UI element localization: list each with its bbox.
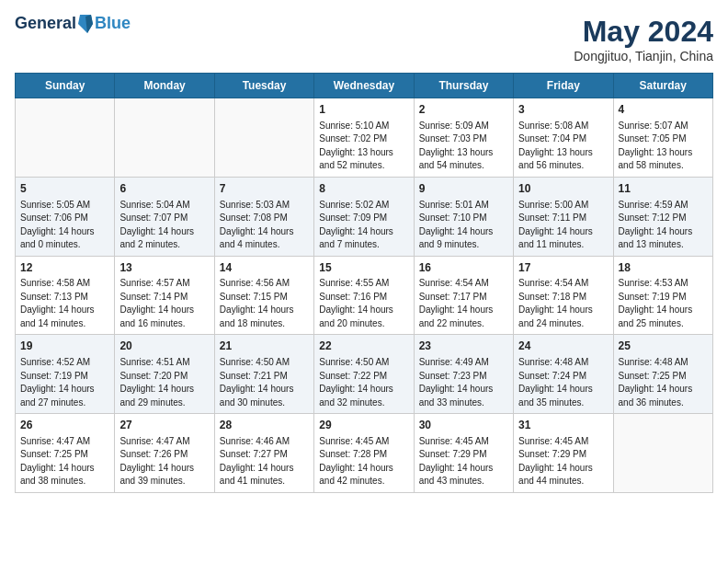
calendar-cell: 13Sunrise: 4:57 AMSunset: 7:14 PMDayligh… (115, 256, 214, 335)
col-header-saturday: Saturday (613, 74, 712, 98)
col-header-thursday: Thursday (414, 74, 513, 98)
cell-info: Sunrise: 5:01 AMSunset: 7:10 PMDaylight:… (419, 199, 508, 252)
day-number: 20 (119, 339, 209, 354)
calendar-cell: 18Sunrise: 4:53 AMSunset: 7:19 PMDayligh… (613, 256, 712, 335)
header-row: SundayMondayTuesdayWednesdayThursdayFrid… (16, 74, 713, 98)
cell-info: Sunrise: 4:48 AMSunset: 7:25 PMDaylight:… (619, 356, 708, 409)
calendar-cell: 10Sunrise: 5:00 AMSunset: 7:11 PMDayligh… (514, 177, 613, 256)
cell-info: Sunrise: 4:48 AMSunset: 7:24 PMDaylight:… (518, 356, 608, 409)
cell-info: Sunrise: 4:45 AMSunset: 7:28 PMDaylight:… (319, 435, 408, 488)
day-number: 9 (419, 181, 508, 197)
logo-blue: Blue (95, 15, 131, 33)
calendar-cell: 8Sunrise: 5:02 AMSunset: 7:09 PMDaylight… (314, 177, 414, 256)
cell-info: Sunrise: 5:07 AMSunset: 7:05 PMDaylight:… (619, 120, 708, 173)
calendar-cell: 3Sunrise: 5:08 AMSunset: 7:04 PMDaylight… (514, 98, 613, 178)
day-number: 12 (20, 260, 109, 276)
week-row-1: 1Sunrise: 5:10 AMSunset: 7:02 PMDaylight… (16, 98, 713, 178)
day-number: 16 (419, 260, 508, 276)
day-number: 5 (20, 181, 109, 197)
calendar-cell: 31Sunrise: 4:45 AMSunset: 7:29 PMDayligh… (514, 414, 613, 493)
cell-info: Sunrise: 5:02 AMSunset: 7:09 PMDaylight:… (319, 199, 408, 252)
calendar-cell (214, 98, 313, 178)
day-number: 23 (419, 339, 508, 354)
cell-info: Sunrise: 4:59 AMSunset: 7:12 PMDaylight:… (619, 199, 708, 252)
week-row-4: 19Sunrise: 4:52 AMSunset: 7:19 PMDayligh… (16, 335, 713, 414)
cell-info: Sunrise: 4:56 AMSunset: 7:15 PMDaylight:… (220, 277, 309, 330)
day-number: 3 (518, 102, 608, 118)
day-number: 28 (220, 418, 309, 433)
calendar-cell: 7Sunrise: 5:03 AMSunset: 7:08 PMDaylight… (214, 177, 313, 256)
day-number: 26 (20, 418, 109, 433)
logo-general: General (15, 14, 76, 32)
cell-info: Sunrise: 4:54 AMSunset: 7:18 PMDaylight:… (518, 277, 608, 330)
calendar-cell: 23Sunrise: 4:49 AMSunset: 7:23 PMDayligh… (414, 335, 513, 414)
cell-info: Sunrise: 5:09 AMSunset: 7:03 PMDaylight:… (419, 120, 508, 173)
week-row-3: 12Sunrise: 4:58 AMSunset: 7:13 PMDayligh… (16, 256, 713, 335)
cell-info: Sunrise: 4:45 AMSunset: 7:29 PMDaylight:… (419, 435, 508, 488)
calendar-cell: 12Sunrise: 4:58 AMSunset: 7:13 PMDayligh… (16, 256, 115, 335)
week-row-5: 26Sunrise: 4:47 AMSunset: 7:25 PMDayligh… (16, 414, 713, 493)
day-number: 18 (619, 260, 708, 276)
cell-info: Sunrise: 4:50 AMSunset: 7:22 PMDaylight:… (319, 356, 408, 409)
week-row-2: 5Sunrise: 5:05 AMSunset: 7:06 PMDaylight… (16, 177, 713, 256)
calendar-cell: 15Sunrise: 4:55 AMSunset: 7:16 PMDayligh… (314, 256, 414, 335)
calendar-cell: 2Sunrise: 5:09 AMSunset: 7:03 PMDaylight… (414, 98, 513, 178)
day-number: 22 (319, 339, 408, 354)
calendar-cell (16, 98, 115, 178)
calendar-cell: 5Sunrise: 5:05 AMSunset: 7:06 PMDaylight… (16, 177, 115, 256)
day-number: 6 (119, 181, 209, 197)
cell-info: Sunrise: 4:45 AMSunset: 7:29 PMDaylight:… (518, 435, 608, 488)
day-number: 8 (319, 181, 408, 197)
col-header-friday: Friday (514, 74, 613, 98)
calendar-cell (613, 414, 712, 493)
day-number: 15 (319, 260, 408, 276)
calendar-cell: 25Sunrise: 4:48 AMSunset: 7:25 PMDayligh… (613, 335, 712, 414)
calendar-cell: 30Sunrise: 4:45 AMSunset: 7:29 PMDayligh… (414, 414, 513, 493)
col-header-tuesday: Tuesday (214, 74, 313, 98)
cell-info: Sunrise: 4:52 AMSunset: 7:19 PMDaylight:… (20, 356, 109, 409)
cell-info: Sunrise: 4:55 AMSunset: 7:16 PMDaylight:… (319, 277, 408, 330)
calendar-cell: 9Sunrise: 5:01 AMSunset: 7:10 PMDaylight… (414, 177, 513, 256)
day-number: 19 (20, 339, 109, 354)
cell-info: Sunrise: 4:47 AMSunset: 7:25 PMDaylight:… (20, 435, 109, 488)
day-number: 27 (119, 418, 209, 433)
calendar-cell: 24Sunrise: 4:48 AMSunset: 7:24 PMDayligh… (514, 335, 613, 414)
cell-info: Sunrise: 5:05 AMSunset: 7:06 PMDaylight:… (20, 199, 109, 252)
cell-info: Sunrise: 5:10 AMSunset: 7:02 PMDaylight:… (319, 120, 408, 173)
cell-info: Sunrise: 5:00 AMSunset: 7:11 PMDaylight:… (518, 199, 608, 252)
cell-info: Sunrise: 4:51 AMSunset: 7:20 PMDaylight:… (119, 356, 209, 409)
calendar-cell: 21Sunrise: 4:50 AMSunset: 7:21 PMDayligh… (214, 335, 313, 414)
day-number: 24 (518, 339, 608, 354)
month-title: May 2024 (574, 15, 713, 49)
calendar-cell: 17Sunrise: 4:54 AMSunset: 7:18 PMDayligh… (514, 256, 613, 335)
calendar-cell: 11Sunrise: 4:59 AMSunset: 7:12 PMDayligh… (613, 177, 712, 256)
cell-info: Sunrise: 4:58 AMSunset: 7:13 PMDaylight:… (20, 277, 109, 330)
cell-info: Sunrise: 4:47 AMSunset: 7:26 PMDaylight:… (119, 435, 209, 488)
cell-info: Sunrise: 4:49 AMSunset: 7:23 PMDaylight:… (419, 356, 508, 409)
calendar-cell: 14Sunrise: 4:56 AMSunset: 7:15 PMDayligh… (214, 256, 313, 335)
day-number: 7 (220, 181, 309, 197)
calendar-cell: 16Sunrise: 4:54 AMSunset: 7:17 PMDayligh… (414, 256, 513, 335)
logo-icon (78, 15, 93, 33)
location: Dongjituo, Tianjin, China (574, 49, 713, 63)
cell-info: Sunrise: 4:53 AMSunset: 7:19 PMDaylight:… (619, 277, 708, 330)
calendar-cell: 19Sunrise: 4:52 AMSunset: 7:19 PMDayligh… (16, 335, 115, 414)
col-header-wednesday: Wednesday (314, 74, 414, 98)
day-number: 30 (419, 418, 508, 433)
cell-info: Sunrise: 5:04 AMSunset: 7:07 PMDaylight:… (119, 199, 209, 252)
page-header: General Blue May 2024 Dongjituo, Tianjin… (15, 15, 713, 63)
calendar-cell: 20Sunrise: 4:51 AMSunset: 7:20 PMDayligh… (115, 335, 214, 414)
day-number: 21 (220, 339, 309, 354)
day-number: 2 (419, 102, 508, 118)
day-number: 1 (319, 102, 408, 118)
cell-info: Sunrise: 5:08 AMSunset: 7:04 PMDaylight:… (518, 120, 608, 173)
logo: General Blue (15, 15, 131, 33)
calendar-cell: 27Sunrise: 4:47 AMSunset: 7:26 PMDayligh… (115, 414, 214, 493)
calendar-cell: 6Sunrise: 5:04 AMSunset: 7:07 PMDaylight… (115, 177, 214, 256)
day-number: 31 (518, 418, 608, 433)
calendar-cell: 29Sunrise: 4:45 AMSunset: 7:28 PMDayligh… (314, 414, 414, 493)
col-header-monday: Monday (115, 74, 214, 98)
day-number: 17 (518, 260, 608, 276)
cell-info: Sunrise: 4:57 AMSunset: 7:14 PMDaylight:… (119, 277, 209, 330)
cell-info: Sunrise: 4:50 AMSunset: 7:21 PMDaylight:… (220, 356, 309, 409)
